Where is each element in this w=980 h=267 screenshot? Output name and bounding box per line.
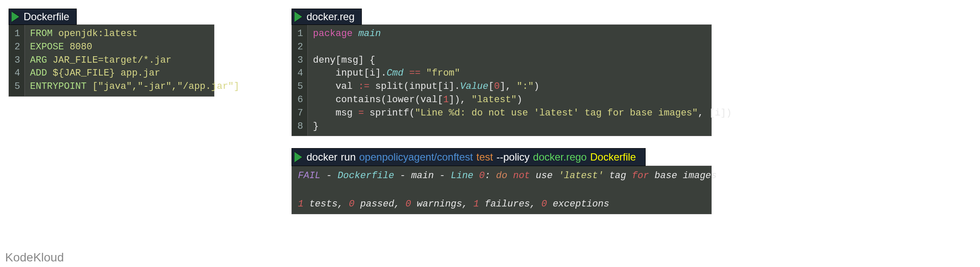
play-icon (295, 12, 302, 22)
right-column: docker.reg 12345678 package main deny[ms… (292, 9, 712, 226)
code-line (313, 41, 732, 54)
line-number: 5 (295, 80, 303, 94)
rego-panel: docker.reg 12345678 package main deny[ms… (292, 9, 712, 136)
code-line: contains(lower(val[1]), "latest") (313, 94, 732, 107)
code-line: deny[msg] { (313, 54, 732, 67)
line-number: 1 (295, 27, 303, 41)
command-token: openpolicyagent/conftest (359, 151, 473, 163)
line-number: 3 (295, 54, 303, 67)
command-token: run (341, 151, 356, 163)
line-number: 4 (295, 67, 303, 80)
code-line: val := split(input[i].Value[0], ":") (313, 80, 732, 94)
code-line: ENTRYPOINT ["java","-jar","/app.jar"] (30, 80, 240, 94)
command-tab: dockerrunopenpolicyagent/conftesttest--p… (292, 148, 646, 166)
code-line: package main (313, 27, 732, 41)
code-line: } (313, 120, 732, 134)
code-line: ADD ${JAR_FILE} app.jar (30, 67, 240, 80)
code-line: EXPOSE 8080 (30, 41, 240, 54)
dockerfile-gutter: 12345 (9, 25, 25, 96)
line-number: 1 (12, 27, 20, 41)
rego-tab: docker.reg (292, 9, 362, 25)
command-token: test (476, 151, 493, 163)
command-token: docker.rego (533, 151, 586, 163)
output-line: FAIL - Dockerfile - main - Line 0: do no… (298, 169, 705, 183)
command-token: --policy (496, 151, 529, 163)
code-line: ARG JAR_FILE=target/*.jar (30, 54, 240, 67)
slide-container: Dockerfile 12345 FROM openjdk:latestEXPO… (9, 9, 971, 226)
command-output: FAIL - Dockerfile - main - Line 0: do no… (292, 166, 712, 214)
dockerfile-code: FROM openjdk:latestEXPOSE 8080ARG JAR_FI… (25, 25, 247, 96)
line-number: 6 (295, 94, 303, 107)
code-line: input[i].Cmd == "from" (313, 67, 732, 80)
output-line: 1 tests, 0 passed, 0 warnings, 1 failure… (298, 197, 705, 211)
code-line: msg = sprintf("Line %d: do not use 'late… (313, 107, 732, 120)
line-number: 5 (12, 80, 20, 94)
dockerfile-panel: Dockerfile 12345 FROM openjdk:latestEXPO… (9, 9, 214, 97)
command-token: Dockerfile (590, 151, 636, 163)
line-number: 7 (295, 107, 303, 120)
dockerfile-tab: Dockerfile (9, 9, 77, 25)
code-line: FROM openjdk:latest (30, 27, 240, 41)
play-icon (295, 152, 302, 162)
line-number: 2 (295, 41, 303, 54)
play-icon (12, 12, 19, 22)
line-number: 3 (12, 54, 20, 67)
dockerfile-code-block: 12345 FROM openjdk:latestEXPOSE 8080ARG … (9, 24, 214, 97)
command-text: dockerrunopenpolicyagent/conftesttest--p… (307, 151, 639, 163)
left-column: Dockerfile 12345 FROM openjdk:latestEXPO… (9, 9, 214, 226)
brand-label: KodeKloud (5, 251, 64, 264)
command-token: docker (307, 151, 337, 163)
rego-code: package main deny[msg] { input[i].Cmd ==… (308, 25, 739, 136)
line-number: 2 (12, 41, 20, 54)
rego-tab-label: docker.reg (307, 11, 355, 23)
line-number: 8 (295, 120, 303, 134)
command-panel: dockerrunopenpolicyagent/conftesttest--p… (292, 148, 712, 214)
line-number: 4 (12, 67, 20, 80)
output-line (298, 183, 705, 197)
rego-code-block: 12345678 package main deny[msg] { input[… (292, 24, 712, 136)
dockerfile-tab-label: Dockerfile (24, 11, 69, 23)
rego-gutter: 12345678 (292, 25, 308, 136)
